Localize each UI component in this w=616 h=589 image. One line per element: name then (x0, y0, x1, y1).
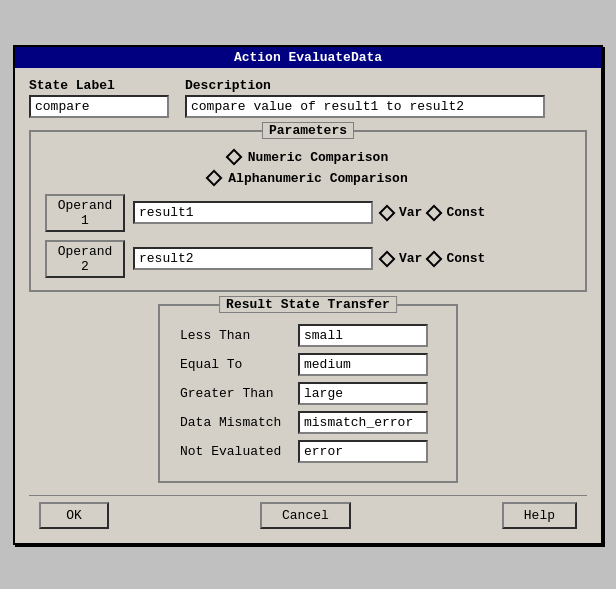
operand2-var-radio[interactable] (379, 250, 396, 267)
operand2-button[interactable]: Operand 2 (45, 240, 125, 278)
operand1-const-label: Const (446, 205, 485, 220)
state-label-input[interactable] (29, 95, 169, 118)
data-mismatch-input[interactable] (298, 411, 428, 434)
equal-to-label: Equal To (180, 357, 290, 372)
result-state-transfer-title: Result State Transfer (219, 296, 397, 313)
not-evaluated-input[interactable] (298, 440, 428, 463)
description-input[interactable] (185, 95, 545, 118)
operand1-input[interactable] (133, 201, 373, 224)
description-group: Description (185, 78, 545, 118)
alphanumeric-comparison-row: Alphanumeric Comparison (45, 171, 571, 186)
operand2-var-label: Var (399, 251, 422, 266)
less-than-label: Less Than (180, 328, 290, 343)
equal-to-input[interactable] (298, 353, 428, 376)
description-label: Description (185, 78, 545, 93)
dialog-body: State Label Description Parameters Numer… (15, 68, 601, 543)
operand2-const-radio[interactable] (426, 250, 443, 267)
state-label-label: State Label (29, 78, 169, 93)
operand1-const-radio[interactable] (426, 204, 443, 221)
operand1-var-const: Var Const (381, 205, 485, 220)
alphanumeric-comparison-label: Alphanumeric Comparison (228, 171, 407, 186)
not-evaluated-row: Not Evaluated (180, 440, 436, 463)
numeric-comparison-radio[interactable] (225, 149, 242, 166)
data-mismatch-label: Data Mismatch (180, 415, 290, 430)
equal-to-row: Equal To (180, 353, 436, 376)
not-evaluated-label: Not Evaluated (180, 444, 290, 459)
greater-than-label: Greater Than (180, 386, 290, 401)
numeric-comparison-label: Numeric Comparison (248, 150, 388, 165)
operand1-button[interactable]: Operand 1 (45, 194, 125, 232)
ok-button[interactable]: OK (39, 502, 109, 529)
bottom-buttons: OK Cancel Help (29, 495, 587, 533)
title-bar-label: Action EvaluateData (234, 50, 382, 65)
help-button[interactable]: Help (502, 502, 577, 529)
less-than-row: Less Than (180, 324, 436, 347)
operand2-row: Operand 2 Var Const (45, 240, 571, 278)
operand2-var-const: Var Const (381, 251, 485, 266)
alphanumeric-comparison-radio[interactable] (206, 170, 223, 187)
operand1-row: Operand 1 Var Const (45, 194, 571, 232)
operand2-input[interactable] (133, 247, 373, 270)
operand1-var-label: Var (399, 205, 422, 220)
cancel-button[interactable]: Cancel (260, 502, 351, 529)
state-label-group: State Label (29, 78, 169, 118)
title-bar: Action EvaluateData (15, 47, 601, 68)
operand1-var-radio[interactable] (379, 204, 396, 221)
dialog-window: Action EvaluateData State Label Descript… (13, 45, 603, 545)
greater-than-row: Greater Than (180, 382, 436, 405)
numeric-comparison-row: Numeric Comparison (45, 150, 571, 165)
result-state-transfer-box: Result State Transfer Less Than Equal To… (158, 304, 458, 483)
greater-than-input[interactable] (298, 382, 428, 405)
parameters-title: Parameters (262, 122, 354, 139)
operand2-const-label: Const (446, 251, 485, 266)
parameters-box: Parameters Numeric Comparison Alphanumer… (29, 130, 587, 292)
less-than-input[interactable] (298, 324, 428, 347)
top-row: State Label Description (29, 78, 587, 118)
data-mismatch-row: Data Mismatch (180, 411, 436, 434)
